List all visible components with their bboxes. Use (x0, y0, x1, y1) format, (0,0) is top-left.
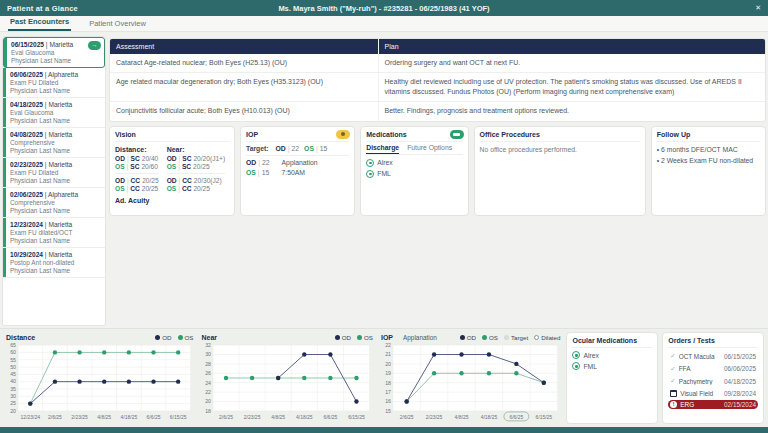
svg-text:21: 21 (385, 351, 391, 357)
tab-discharge[interactable]: Discharge (366, 144, 399, 154)
order-name: ERG (680, 401, 721, 408)
near-chart: NearODOS 18202224262830322/6/252/23/254/… (199, 332, 375, 424)
tab-future-options[interactable]: Future Options (407, 144, 452, 154)
eye-icon (572, 351, 580, 359)
legend-item: OS (178, 334, 194, 341)
svg-text:2/23/25: 2/23/25 (71, 414, 88, 420)
assessment-plan-row: Conjunctivitis follicular acute; Both Ey… (110, 102, 765, 120)
tab-bar: Past Encounters Patient Overview (0, 16, 768, 32)
medication-item[interactable]: FML (572, 362, 652, 370)
encounter-list-item[interactable]: 02/06/2025 | Alpharetta Comprehensive Ph… (3, 188, 105, 218)
assessment-cell: Cataract Age-related nuclear; Both Eyes … (110, 54, 379, 72)
svg-text:2/23/25: 2/23/25 (426, 414, 443, 420)
encounter-physician: Physician Last Name (10, 87, 101, 94)
encounter-list[interactable]: → 06/15/2025 | Marietta Eval Glaucoma Ph… (2, 36, 106, 326)
order-item[interactable]: Visual Field 09/28/2024 (668, 389, 758, 398)
assessment-plan-row: Age related macular degeneration dry; Bo… (110, 73, 765, 102)
column-header-assessment: Assessment (110, 39, 379, 54)
office-procedures-title: Office Procedures (480, 131, 640, 142)
svg-text:22: 22 (385, 342, 391, 348)
medication-item[interactable]: Alrex (366, 159, 462, 167)
legend-dot-icon (482, 335, 487, 340)
near-label: Near: (167, 146, 226, 153)
medication-item[interactable]: Alrex (572, 351, 652, 359)
print-medications-icon[interactable] (450, 130, 464, 139)
encounter-physician: Physician Last Name (10, 237, 101, 244)
selected-encounter-badge-icon: → (88, 41, 101, 50)
encounter-physician: Physician Last Name (10, 117, 101, 124)
svg-text:4/8/25: 4/8/25 (455, 414, 469, 420)
order-item[interactable]: ✓Pachymetry 04/18/2025 (668, 376, 758, 386)
encounter-date-location: 02/23/2025 | Marietta (10, 161, 101, 168)
svg-text:20: 20 (206, 398, 212, 404)
trends-section: DistanceODOS 2025303540455055606512/23/2… (0, 328, 768, 427)
vision-row: OD|SC20/40 (115, 155, 159, 162)
svg-text:26: 26 (206, 370, 212, 376)
assessment-plan-row: Cataract Age-related nuclear; Both Eyes … (110, 54, 765, 73)
order-item[interactable]: ✓FFA 06/06/2025 (668, 364, 758, 374)
chart-title: Near (201, 334, 217, 341)
svg-text:20: 20 (385, 361, 391, 367)
vision-row: OS|SC20/60 (115, 163, 159, 170)
follow-up-title: Follow Up (657, 131, 760, 142)
plan-cell: Ordering surgery and want OCT at next FU… (379, 54, 765, 72)
svg-text:19: 19 (385, 370, 391, 376)
encounter-list-item[interactable]: 04/18/2025 | Marietta Eval Glaucoma Phys… (3, 98, 105, 128)
medication-item[interactable]: FML (366, 170, 462, 178)
svg-text:60: 60 (10, 349, 16, 355)
encounter-list-item[interactable]: → 06/15/2025 | Marietta Eval Glaucoma Ph… (3, 37, 105, 68)
column-header-plan: Plan (379, 39, 765, 54)
office-procedures-text: No office procedures performed. (480, 145, 640, 155)
eye-icon (366, 159, 374, 167)
iop-target-value: OD|22 (276, 145, 300, 152)
iop-target-label: Target: (246, 145, 269, 152)
encounter-list-item[interactable]: 12/23/2024 | Marietta Exam FU dilated/OC… (3, 218, 105, 248)
legend-item: OD (335, 334, 351, 341)
order-item[interactable]: !ERG 02/15/2024 (668, 400, 758, 409)
ocular-medications-title: Ocular Medications (572, 337, 652, 348)
assessment-cell: Age related macular degeneration dry; Bo… (110, 73, 379, 101)
order-item[interactable]: ✓OCT Macula 06/15/2025 (668, 351, 758, 361)
encounter-list-item[interactable]: 02/23/2025 | Marietta Exam FU Dilated Ph… (3, 158, 105, 188)
legend-item: Dilated (534, 334, 560, 341)
legend-dot-icon (460, 335, 465, 340)
legend-item: OD (460, 334, 476, 341)
eye-icon (572, 362, 580, 370)
encounter-list-item[interactable]: 04/08/2025 | Marietta Comprehensive Phys… (3, 128, 105, 158)
encounter-date-location: 04/08/2025 | Marietta (10, 131, 101, 138)
svg-text:28: 28 (206, 361, 212, 367)
svg-text:12/23/24: 12/23/24 (21, 414, 41, 420)
dilated-legend-icon (534, 335, 539, 340)
plan-cell: Better. Findings, prognosis and treatmen… (379, 102, 765, 120)
ocular-medications-panel: Ocular Medications Alrex FML (566, 332, 658, 424)
svg-text:4/8/25: 4/8/25 (97, 414, 111, 420)
vision-row: OD|CC20/30(J2) (167, 177, 226, 184)
encounter-date-location: 06/06/2025 | Alpharetta (10, 71, 101, 78)
encounter-type: Eval Glaucoma (10, 109, 101, 116)
iop-eye-icon[interactable] (336, 130, 350, 139)
encounter-list-item[interactable]: 10/29/2024 | Marietta Postop Ant non-dil… (3, 248, 105, 278)
svg-text:55: 55 (10, 357, 16, 363)
svg-text:22: 22 (206, 389, 212, 395)
order-date: 02/15/2024 (724, 401, 756, 408)
iop-time: 7:50AM (282, 169, 318, 176)
iop-readings: OD|22 OS|15 (246, 159, 270, 179)
orders-tests-panel: Orders / Tests ✓OCT Macula 06/15/2025 ✓F… (662, 332, 764, 424)
encounter-list-item[interactable]: 06/06/2025 | Alpharetta Exam FU Dilated … (3, 68, 105, 98)
svg-text:6/15/25: 6/15/25 (349, 414, 366, 420)
svg-text:24: 24 (206, 380, 212, 386)
svg-text:35: 35 (10, 386, 16, 392)
svg-text:2/6/25: 2/6/25 (400, 414, 414, 420)
encounter-physician: Physician Last Name (10, 207, 101, 214)
additional-acuity-link[interactable]: Ad. Acuity (115, 197, 229, 204)
close-icon[interactable]: ✕ (755, 4, 761, 12)
svg-text:25: 25 (10, 400, 16, 406)
tab-patient-overview[interactable]: Patient Overview (87, 17, 148, 31)
tab-past-encounters[interactable]: Past Encounters (8, 15, 71, 31)
svg-text:4/8/25: 4/8/25 (272, 414, 286, 420)
encounter-type: Comprehensive (10, 139, 101, 146)
svg-text:2/6/25: 2/6/25 (220, 414, 234, 420)
svg-text:20: 20 (10, 408, 16, 414)
order-date: 06/06/2025 (724, 365, 756, 372)
iop-target-row: Target: OD|22 OS|15 (246, 145, 349, 156)
